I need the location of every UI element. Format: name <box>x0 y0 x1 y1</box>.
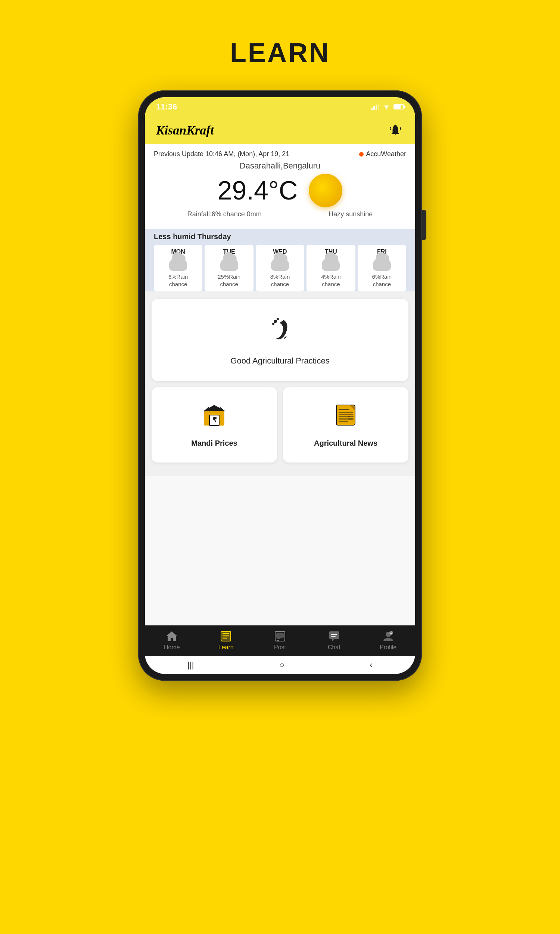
cloud-icon-mon <box>169 257 187 271</box>
svg-rect-35 <box>276 633 284 638</box>
profile-nav-icon: + <box>382 630 395 643</box>
two-col-cards: ₹ Mandi Prices <box>152 387 408 462</box>
svg-rect-1 <box>373 106 375 110</box>
forecast-day-fri: FRI 6%Rainchance <box>358 245 406 291</box>
nav-item-learn[interactable]: Learn <box>199 630 253 651</box>
cloud-icon-tue <box>220 257 238 271</box>
weather-main-row: 29.4°C <box>154 174 406 207</box>
news-label: Agricultural News <box>314 439 377 448</box>
sun-icon <box>309 174 342 207</box>
nav-label-profile: Profile <box>380 644 397 651</box>
weather-card: Previous Update 10:46 AM, (Mon), Apr 19,… <box>145 144 415 229</box>
bell-icon[interactable] <box>387 122 404 139</box>
forecast-day-mon: MON 6%Rainchance <box>154 245 202 291</box>
nav-label-learn: Learn <box>218 644 234 651</box>
gap-card[interactable]: Good Agricultural Practices <box>152 299 408 381</box>
forecast-day-tue: TUE 25%Rainchance <box>205 245 253 291</box>
nav-label-home: Home <box>164 644 180 651</box>
mandi-icon: ₹ <box>201 402 228 433</box>
post-nav-icon <box>274 630 286 643</box>
nav-item-profile[interactable]: + Profile <box>361 630 415 651</box>
accu-label: AccuWeather <box>366 150 406 158</box>
svg-rect-0 <box>371 108 372 110</box>
learn-nav-icon <box>220 630 232 643</box>
forecast-banner: Less humid Thursday MON 6%Rainchance TUE… <box>145 229 415 291</box>
battery-icon <box>394 104 404 109</box>
mandi-label: Mandi Prices <box>191 439 237 448</box>
nav-label-chat: Chat <box>328 644 340 651</box>
phone-shell: 11:36 <box>138 90 422 681</box>
news-card[interactable]: Agricultural News <box>283 387 408 462</box>
cloud-icon-wed <box>271 257 289 271</box>
wifi-icon <box>382 104 391 110</box>
weather-update-row: Previous Update 10:46 AM, (Mon), Apr 19,… <box>154 150 406 158</box>
status-time: 11:36 <box>156 102 177 112</box>
home-nav-icon <box>165 630 178 643</box>
svg-rect-20 <box>338 409 349 410</box>
accu-badge: AccuWeather <box>359 150 406 158</box>
rainfall-text: Rainfall:6% chance 0mm <box>188 210 262 218</box>
page-title: LEARN <box>230 37 330 68</box>
svg-marker-28 <box>166 631 177 641</box>
svg-rect-22 <box>338 414 353 415</box>
svg-rect-25 <box>338 421 348 422</box>
nav-item-chat[interactable]: Chat <box>307 630 361 651</box>
main-content: Good Agricultural Practices <box>145 291 415 476</box>
nav-label-post: Post <box>274 644 286 651</box>
forecast-days: MON 6%Rainchance TUE 25%Rainchance WED <box>154 245 406 291</box>
condition-text: Hazy sunshine <box>329 210 372 218</box>
weather-details-row: Rainfall:6% chance 0mm Hazy sunshine <box>154 210 406 218</box>
status-bar: 11:36 <box>145 97 415 117</box>
recent-button[interactable]: ‹ <box>369 660 372 670</box>
svg-point-4 <box>386 108 387 110</box>
svg-rect-26 <box>348 416 354 417</box>
signal-icon <box>371 104 379 110</box>
app-header: KisanKraft <box>145 117 415 144</box>
phone-screen: 11:36 <box>145 97 415 674</box>
svg-rect-27 <box>348 418 354 419</box>
home-button[interactable]: ○ <box>279 660 284 670</box>
home-bar: ||| ○ ‹ <box>145 656 415 674</box>
weather-location: Dasarahalli,Bengaluru <box>154 161 406 171</box>
svg-rect-3 <box>378 104 379 110</box>
mandi-card[interactable]: ₹ Mandi Prices <box>152 387 277 462</box>
svg-rect-21 <box>338 412 353 413</box>
back-button[interactable]: ||| <box>188 660 194 670</box>
status-icons <box>371 104 404 110</box>
cloud-icon-thu <box>322 257 340 271</box>
app-content[interactable]: Previous Update 10:46 AM, (Mon), Apr 19,… <box>145 144 415 626</box>
forecast-day-wed: WED 8%Rainchance <box>256 245 304 291</box>
gap-icon <box>265 314 295 350</box>
gap-label: Good Agricultural Practices <box>230 356 329 366</box>
svg-rect-2 <box>375 105 377 110</box>
chat-nav-icon <box>328 630 340 643</box>
forecast-day-thu: THU 4%Rainchance <box>306 245 355 291</box>
news-icon <box>332 402 359 433</box>
forecast-title: Less humid Thursday <box>154 233 406 241</box>
nav-item-home[interactable]: Home <box>145 630 199 651</box>
cloud-icon-fri <box>373 257 391 271</box>
svg-text:₹: ₹ <box>212 416 217 424</box>
svg-rect-10 <box>284 336 287 339</box>
accu-dot <box>359 152 364 157</box>
nav-item-post[interactable]: Post <box>253 630 307 651</box>
svg-rect-23 <box>338 416 350 417</box>
svg-text:+: + <box>390 632 392 635</box>
bottom-nav: Home Learn <box>145 626 415 656</box>
weather-temperature: 29.4°C <box>218 176 298 205</box>
weather-update-text: Previous Update 10:46 AM, (Mon), Apr 19,… <box>154 150 289 158</box>
app-logo: KisanKraft <box>156 123 214 137</box>
